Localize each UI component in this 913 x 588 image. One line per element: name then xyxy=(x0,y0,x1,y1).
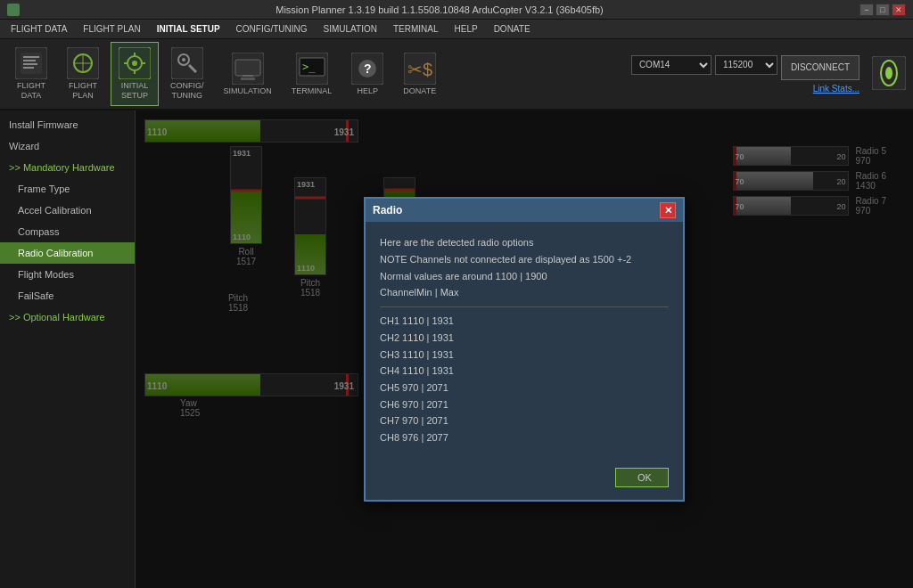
modal-ch6: CH6 970 | 2071 xyxy=(380,396,669,413)
flight-data-icon xyxy=(15,47,47,79)
window-title: Mission Planner 1.3.19 build 1.1.5508.10… xyxy=(20,4,860,15)
sidebar-section-optional[interactable]: >> Optional Hardware xyxy=(0,306,135,328)
sidebar-item-flight-modes[interactable]: Flight Modes xyxy=(0,264,135,285)
toolbar-flight-plan-label: FLIGHTPLAN xyxy=(69,81,97,101)
link-stats-link[interactable]: Link Stats... xyxy=(813,84,860,94)
toolbar-config-label: CONFIG/TUNING xyxy=(170,81,204,101)
modal-title: Radio xyxy=(373,204,402,216)
toolbar-initial-setup[interactable]: INITIALSETUP xyxy=(111,42,159,106)
sidebar-section-mandatory[interactable]: >> Mandatory Hardware xyxy=(0,157,135,178)
modal-ch5: CH5 970 | 2071 xyxy=(380,380,669,396)
toolbar-flight-plan[interactable]: FLIGHTPLAN xyxy=(59,42,107,106)
modal-ch7: CH7 970 | 2071 xyxy=(380,412,669,429)
modal-ch4: CH4 1110 | 1931 xyxy=(380,363,669,380)
sidebar-item-compass[interactable]: Compass xyxy=(0,221,135,242)
toolbar-help-label: HELP xyxy=(358,86,379,96)
modal-line-1: Here are the detected radio options xyxy=(380,234,669,251)
toolbar-flight-data-label: FLIGHTDATA xyxy=(17,81,45,101)
menubar: FLIGHT DATA FLIGHT PLAN INITIAL SETUP CO… xyxy=(0,20,913,39)
connection-area: COM14 115200 DISCONNECT Link Stats... xyxy=(631,55,906,94)
toolbar-config-tuning[interactable]: CONFIG/TUNING xyxy=(162,42,212,106)
svg-text:>_: >_ xyxy=(302,61,316,73)
modal-line-3: Normal values are around 1100 | 1900 xyxy=(380,268,669,285)
menu-terminal[interactable]: TERMINAL xyxy=(386,20,446,38)
svg-rect-3 xyxy=(23,60,36,61)
svg-point-19 xyxy=(182,58,185,61)
simulation-icon xyxy=(232,53,264,85)
window-controls: − □ ✕ xyxy=(860,4,906,16)
app-icon xyxy=(7,4,20,16)
modal-ch8: CH8 976 | 2077 xyxy=(380,429,669,446)
svg-point-12 xyxy=(132,61,137,66)
sidebar-item-radio-calibration[interactable]: Radio Calibration xyxy=(0,242,135,264)
modal-close-button[interactable]: ✕ xyxy=(660,202,676,218)
titlebar-left xyxy=(7,4,20,16)
modal-ch2: CH2 1110 | 1931 xyxy=(380,330,669,347)
svg-point-35 xyxy=(885,67,892,79)
menu-config-tuning[interactable]: CONFIG/TUNING xyxy=(229,20,315,38)
modal-ch3: CH3 1110 | 1931 xyxy=(380,347,669,363)
baud-rate-select[interactable]: 115200 xyxy=(715,55,777,75)
connect-icon xyxy=(872,56,906,90)
toolbar-initial-setup-label: INITIALSETUP xyxy=(121,81,149,101)
svg-rect-22 xyxy=(235,60,260,76)
toolbar-terminal-label: TERMINAL xyxy=(292,86,333,96)
toolbar-simulation-label: SIMULATION xyxy=(224,86,272,96)
modal-titlebar: Radio ✕ xyxy=(366,199,683,222)
ok-button[interactable]: OK xyxy=(615,468,669,487)
menu-initial-setup[interactable]: INITIAL SETUP xyxy=(150,20,227,38)
initial-setup-icon xyxy=(119,47,151,79)
radio-modal: Radio ✕ Here are the detected radio opti… xyxy=(364,197,685,501)
svg-text:✂$: ✂$ xyxy=(407,60,432,79)
help-icon: ? xyxy=(351,53,383,85)
svg-text:?: ? xyxy=(364,61,372,76)
sidebar-item-wizard[interactable]: Wizard xyxy=(0,135,135,157)
menu-flight-plan[interactable]: FLIGHT PLAN xyxy=(76,20,147,38)
sidebar-item-failsafe[interactable]: FailSafe xyxy=(0,285,135,306)
modal-separator xyxy=(380,306,669,307)
minimize-button[interactable]: − xyxy=(860,4,874,16)
svg-rect-5 xyxy=(23,67,34,69)
sidebar-item-install-firmware[interactable]: Install Firmware xyxy=(0,114,135,135)
toolbar-simulation[interactable]: SIMULATION xyxy=(216,42,280,106)
modal-line-4: ChannelMin | Max xyxy=(380,284,669,301)
modal-overlay: Radio ✕ Here are the detected radio opti… xyxy=(136,110,913,588)
modal-ch1: CH1 1110 | 1931 xyxy=(380,313,669,330)
maximize-button[interactable]: □ xyxy=(876,4,890,16)
menu-donate[interactable]: DONATE xyxy=(487,20,538,38)
modal-line-2: NOTE Channels not connected are displaye… xyxy=(380,251,669,268)
toolbar: FLIGHTDATA FLIGHTPLAN INITIALSE xyxy=(0,39,913,110)
donate-icon: ✂$ xyxy=(404,53,436,85)
menu-help[interactable]: HELP xyxy=(448,20,485,38)
menu-simulation[interactable]: SIMULATION xyxy=(317,20,384,38)
main-area: Install Firmware Wizard >> Mandatory Har… xyxy=(0,110,913,588)
content-area: 1110 1931 1931 1110 Roll 1517 xyxy=(136,110,913,588)
terminal-icon: >_ xyxy=(296,53,328,85)
sidebar-item-frame-type[interactable]: Frame Type xyxy=(0,178,135,200)
modal-footer: OK xyxy=(366,459,683,500)
menu-flight-data[interactable]: FLIGHT DATA xyxy=(4,20,74,38)
sidebar: Install Firmware Wizard >> Mandatory Har… xyxy=(0,110,136,588)
svg-rect-24 xyxy=(241,78,255,80)
config-tuning-icon xyxy=(171,47,203,79)
com-port-select[interactable]: COM14 xyxy=(631,55,711,75)
toolbar-help[interactable]: ? HELP xyxy=(343,42,391,106)
disconnect-button[interactable]: DISCONNECT xyxy=(781,55,860,80)
svg-rect-2 xyxy=(23,56,39,58)
toolbar-terminal[interactable]: >_ TERMINAL xyxy=(284,42,341,106)
modal-body: Here are the detected radio options NOTE… xyxy=(366,222,683,458)
flight-plan-icon xyxy=(67,47,99,79)
close-button[interactable]: ✕ xyxy=(892,4,906,16)
titlebar: Mission Planner 1.3.19 build 1.1.5508.10… xyxy=(0,0,913,20)
toolbar-donate[interactable]: ✂$ DONATE xyxy=(395,42,444,106)
svg-rect-4 xyxy=(23,63,37,65)
toolbar-donate-label: DONATE xyxy=(403,86,436,96)
toolbar-flight-data[interactable]: FLIGHTDATA xyxy=(7,42,55,106)
sidebar-item-accel-calibration[interactable]: Accel Calibration xyxy=(0,200,135,221)
